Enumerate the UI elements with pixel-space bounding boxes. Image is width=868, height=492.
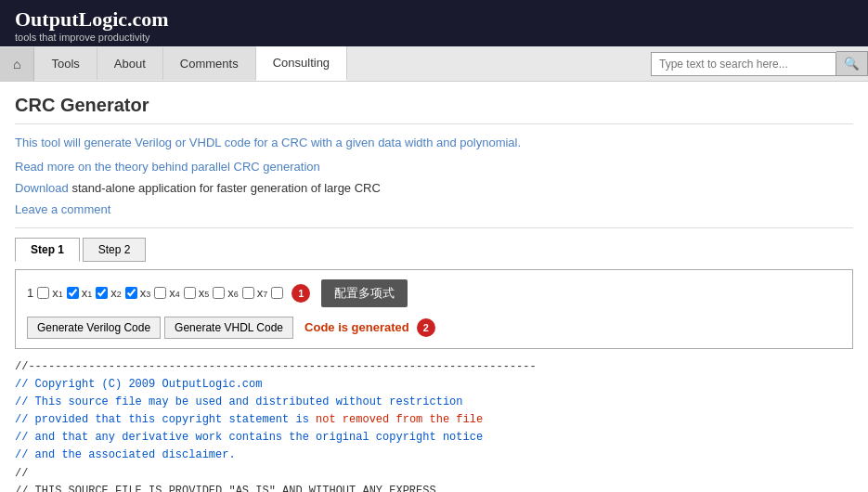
term-x4: x4	[169, 286, 180, 300]
code-line-1: //--------------------------------------…	[15, 358, 853, 376]
tab-step2[interactable]: Step 2	[83, 238, 147, 262]
search-input[interactable]	[651, 52, 836, 76]
code-line-8: // THIS SOURCE FILE IS PROVIDED "AS IS" …	[15, 483, 853, 492]
tab-step1[interactable]: Step 1	[15, 238, 80, 262]
configure-button[interactable]: 配置多项式	[321, 279, 408, 307]
navbar: ⌂ Tools About Comments Consulting 🔍	[0, 46, 868, 82]
download-link-line: Download stand-alone application for fas…	[15, 181, 853, 195]
generate-vhdl-button[interactable]: Generate VHDL Code	[164, 317, 293, 339]
tab-tools[interactable]: Tools	[34, 47, 97, 80]
code-generated-text: Code is generated	[304, 320, 409, 334]
main-content: CRC Generator This tool will generate Ve…	[0, 82, 868, 492]
term-x6: x6	[227, 286, 239, 300]
search-area: 🔍	[651, 51, 868, 76]
term-x1a: x1	[52, 286, 63, 300]
tab-consulting[interactable]: Consulting	[256, 46, 347, 81]
generate-verilog-button[interactable]: Generate Verilog Code	[27, 317, 161, 339]
theory-link-line: Read more on the theory behind parallel …	[15, 160, 853, 174]
checkbox-1[interactable]	[37, 287, 49, 299]
checkbox-x1b[interactable]	[96, 287, 108, 299]
home-button[interactable]: ⌂	[0, 47, 34, 81]
page-title: CRC Generator	[15, 95, 853, 124]
search-icon: 🔍	[844, 57, 860, 71]
term-x2: x2	[110, 286, 122, 300]
tab-comments[interactable]: Comments	[163, 47, 256, 80]
code-line-2: // Copyright (C) 2009 OutputLogic.com	[15, 376, 853, 394]
description: This tool will generate Verilog or VHDL …	[15, 134, 853, 152]
term-x1b: x1	[82, 286, 93, 300]
term-x5: x5	[199, 286, 210, 300]
term-x3: x3	[140, 286, 151, 300]
logo: OutputLogic.com	[15, 7, 853, 32]
term-1: 1	[27, 286, 33, 300]
download-text: stand-alone application for faster gener…	[71, 181, 380, 195]
badge-2: 2	[417, 318, 435, 337]
checkbox-x6[interactable]	[242, 287, 254, 299]
code-line-4: // provided that this copyright statemen…	[15, 411, 853, 429]
code-line-3: // This source file may be used and dist…	[15, 394, 853, 411]
checkbox-x3[interactable]	[154, 287, 166, 299]
search-button[interactable]: 🔍	[836, 51, 868, 76]
term-x7: x7	[257, 286, 268, 300]
checkbox-x5[interactable]	[213, 287, 225, 299]
step1-panel: 1 x1 x1 x2 x3 x4 x5 x6 x7	[15, 269, 853, 349]
polynomial-row: 1 x1 x1 x2 x3 x4 x5 x6 x7	[27, 279, 841, 307]
code-output: //--------------------------------------…	[15, 358, 853, 493]
buttons-row: Generate Verilog Code Generate VHDL Code…	[27, 317, 841, 339]
divider	[15, 227, 853, 228]
code-line-6: // and the associated disclaimer.	[15, 447, 853, 464]
checkbox-x2[interactable]	[125, 287, 137, 299]
checkbox-x7[interactable]	[271, 287, 283, 299]
download-link[interactable]: Download	[15, 181, 69, 195]
tagline: tools that improve productivity	[15, 32, 853, 43]
leave-comment-line: Leave a comment	[15, 202, 853, 216]
leave-comment-link[interactable]: Leave a comment	[15, 202, 110, 216]
code-line-7: //	[15, 465, 853, 483]
tab-about[interactable]: About	[97, 47, 163, 80]
checkbox-x4[interactable]	[184, 287, 196, 299]
code-line-5: // and that any derivative work contains…	[15, 429, 853, 447]
badge-1: 1	[291, 284, 310, 303]
step-tabs: Step 1 Step 2	[15, 238, 853, 262]
theory-link[interactable]: Read more on the theory behind parallel …	[15, 160, 320, 174]
checkbox-x1a[interactable]	[67, 287, 79, 299]
site-header: OutputLogic.com tools that improve produ…	[0, 0, 868, 46]
home-icon: ⌂	[13, 57, 20, 71]
